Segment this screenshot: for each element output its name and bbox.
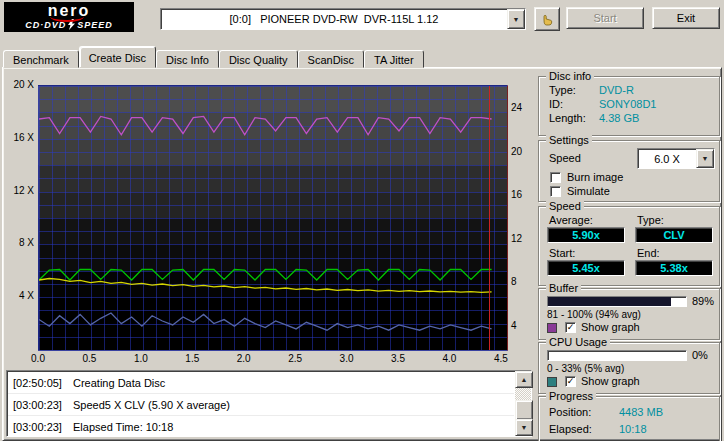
end-value: 5.38x xyxy=(635,260,713,276)
cpu-percent: 0% xyxy=(692,349,708,361)
elapsed-label: Elapsed: xyxy=(549,423,592,435)
tab-disc-info[interactable]: Disc Info xyxy=(156,50,219,68)
buffer-range: 81 - 100% (94% avg) xyxy=(547,309,641,320)
disc-id-value: SONY08D1 xyxy=(599,98,656,110)
cpu-show-graph-checkbox[interactable]: ✓ xyxy=(565,376,576,387)
position-label: Position: xyxy=(549,406,591,418)
y-left-tick: 4 X xyxy=(4,290,34,301)
average-label: Average: xyxy=(549,214,593,226)
scroll-up-button[interactable]: ▲ xyxy=(515,371,533,388)
y-left-tick: 12 X xyxy=(4,185,34,196)
disc-type-label: Type: xyxy=(549,84,576,96)
log-timestamp: [03:00:23] xyxy=(13,421,73,433)
series-buffer-level xyxy=(39,116,492,134)
y-right-tick: 4 xyxy=(511,320,535,331)
tab-benchmark[interactable]: Benchmark xyxy=(3,50,79,68)
end-label: End: xyxy=(637,247,660,259)
log-row: [03:00:23]Speed5 X CLV (5.90 X average) xyxy=(8,394,514,416)
x-tick: 3.0 xyxy=(335,353,359,364)
app-window: nero CD·DVD SPEED [0:0] PIONEER DVD-RW D… xyxy=(0,0,724,441)
log-list: [02:50:05]Creating Data Disc[03:00:23]Sp… xyxy=(8,372,514,435)
series-speed-secondary xyxy=(39,279,492,293)
logo-brand: nero xyxy=(4,2,134,19)
panel-cpu-title: CPU Usage xyxy=(546,336,610,348)
exit-button[interactable]: Exit xyxy=(652,7,720,29)
buffer-bar xyxy=(547,296,687,307)
chevron-down-icon: ▼ xyxy=(702,155,709,162)
log-scrollbar[interactable]: ▲ ▼ xyxy=(515,371,531,436)
x-tick: 1.0 xyxy=(129,353,153,364)
y-left-tick: 16 X xyxy=(4,132,34,143)
y-right-tick: 16 xyxy=(511,189,535,200)
simulate-checkbox[interactable] xyxy=(550,186,561,197)
y-right-tick: 24 xyxy=(511,102,535,113)
y-right-tick: 8 xyxy=(511,276,535,287)
burn-image-label: Burn image xyxy=(567,171,623,183)
panel-speed-title: Speed xyxy=(546,200,584,212)
log-timestamp: [02:50:05] xyxy=(13,377,73,389)
speed-select-value: 6.0 X xyxy=(638,149,696,168)
start-label: Start: xyxy=(549,247,575,259)
panel-disc-info-title: Disc info xyxy=(546,70,594,82)
panel-speed: Speed Average: Type: 5.90x CLV Start: En… xyxy=(538,206,720,286)
log-row: [03:00:23]Elapsed Time: 10:18 xyxy=(8,416,514,435)
log-row: [02:50:05]Creating Data Disc xyxy=(8,372,514,394)
nero-logo: nero CD·DVD SPEED xyxy=(4,2,134,32)
scrollbar-thumb[interactable] xyxy=(515,400,533,420)
x-tick: 4.0 xyxy=(437,353,461,364)
cpu-show-graph-label: Show graph xyxy=(581,375,640,387)
chevron-down-icon: ▼ xyxy=(513,16,520,23)
x-tick: 2.0 xyxy=(232,353,256,364)
tab-scandisc[interactable]: ScanDisc xyxy=(298,50,364,68)
panel-progress-title: Progress xyxy=(546,390,596,402)
y-left-tick: 8 X xyxy=(4,237,34,248)
panel-settings-title: Settings xyxy=(546,134,592,146)
position-value: 4483 MB xyxy=(619,406,663,418)
elapsed-value: 10:18 xyxy=(619,423,647,435)
simulate-label: Simulate xyxy=(567,185,610,197)
panel-buffer: Buffer 89% 81 - 100% (94% avg) ✓ Show gr… xyxy=(538,288,720,340)
y-right-tick: 12 xyxy=(511,233,535,244)
log-box: [02:50:05]Creating Data Disc[03:00:23]Sp… xyxy=(6,370,532,437)
log-message: Speed5 X CLV (5.90 X average) xyxy=(73,399,230,411)
disc-id-label: ID: xyxy=(549,98,563,110)
logo-product-right: SPEED xyxy=(77,20,113,30)
cpu-bar xyxy=(547,350,687,361)
disc-length-value: 4.38 GB xyxy=(599,112,639,124)
panel-settings: Settings Speed 6.0 X ▼ Burn image Simula… xyxy=(538,140,720,202)
speed-setting-label: Speed xyxy=(549,152,581,164)
log-message: Creating Data Disc xyxy=(73,377,165,389)
start-button[interactable]: Start xyxy=(566,7,644,29)
tool-button[interactable] xyxy=(534,7,560,31)
x-tick: 3.5 xyxy=(386,353,410,364)
speed-select[interactable]: 6.0 X ▼ xyxy=(637,148,715,169)
panel-buffer-title: Buffer xyxy=(546,282,581,294)
start-value: 5.45x xyxy=(547,260,625,276)
buffer-color-swatch xyxy=(547,323,557,333)
type-label: Type: xyxy=(637,214,664,226)
cpu-color-swatch xyxy=(547,377,557,387)
average-value: 5.90x xyxy=(547,227,625,243)
speed-select-dropdown-button[interactable]: ▼ xyxy=(696,149,714,168)
chart-plot xyxy=(38,85,508,351)
series-write-speed xyxy=(39,270,492,281)
drive-select-value: [0:0] PIONEER DVD-RW DVR-115L 1.12 xyxy=(161,9,507,29)
x-tick: 2.5 xyxy=(283,353,307,364)
buffer-bar-fill xyxy=(548,297,671,306)
cpu-range: 0 - 33% (5% avg) xyxy=(547,363,624,374)
buffer-show-graph-checkbox[interactable]: ✓ xyxy=(565,322,576,333)
log-timestamp: [03:00:23] xyxy=(13,399,73,411)
burn-image-checkbox[interactable] xyxy=(550,172,561,183)
x-tick: 0.0 xyxy=(26,353,50,364)
y-right-tick: 20 xyxy=(511,146,535,157)
x-tick: 0.5 xyxy=(77,353,101,364)
drive-select[interactable]: [0:0] PIONEER DVD-RW DVR-115L 1.12 ▼ xyxy=(160,8,526,30)
scroll-down-button[interactable]: ▼ xyxy=(515,419,533,436)
tab-disc-quality[interactable]: Disc Quality xyxy=(219,50,298,68)
tab-create-disc[interactable]: Create Disc xyxy=(79,46,156,68)
drive-select-dropdown-button[interactable]: ▼ xyxy=(507,9,525,29)
scroll-up-icon: ▲ xyxy=(521,376,528,383)
hand-icon xyxy=(540,12,555,27)
chart-series-svg xyxy=(39,86,507,350)
tab-ta-jitter[interactable]: TA Jitter xyxy=(364,50,424,68)
